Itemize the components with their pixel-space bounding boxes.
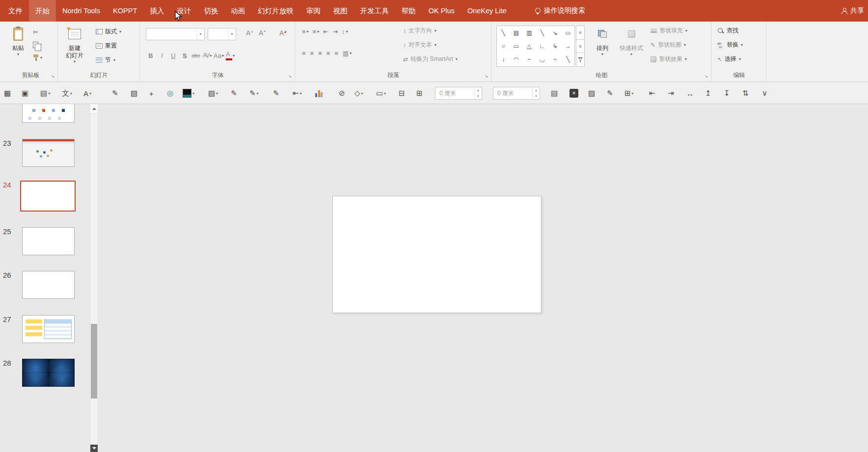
justify-button[interactable]: ≡ xyxy=(326,50,330,57)
font-name-input[interactable] xyxy=(146,28,196,40)
shape-outline-button[interactable]: ✎ 形状轮廓 ▾ xyxy=(651,38,687,52)
insert-picture-icon[interactable]: ▧ xyxy=(131,86,137,100)
theme-color-swatch[interactable]: ▾ xyxy=(183,86,194,100)
height-spinner[interactable]: 0 厘米▲▼ xyxy=(493,87,540,100)
height-spinner-up[interactable]: ▲ xyxy=(533,87,540,93)
font-color-button[interactable]: A ▾ xyxy=(225,50,235,61)
down-arrow-shape[interactable]: ↓ xyxy=(497,53,510,66)
ellipse-tool-icon[interactable]: ◎ xyxy=(167,86,173,100)
current-slide[interactable] xyxy=(332,196,542,313)
no-fill-icon[interactable]: ⊘ xyxy=(339,86,345,100)
align-text-button[interactable]: ↕ 对齐文本 ▾ xyxy=(403,38,458,52)
slide-thumbnail-24[interactable] xyxy=(20,181,76,212)
line-spacing-button[interactable]: ↕▾ xyxy=(342,28,348,35)
skew-tool[interactable]: ▭▾ xyxy=(376,86,386,100)
arrange-button[interactable]: 排列 ▾ xyxy=(591,23,614,70)
anchor-icon[interactable]: + xyxy=(149,86,154,100)
align-objects-top-icon[interactable]: ↥ xyxy=(705,86,711,100)
line-shape-3[interactable]: ╲ xyxy=(562,53,574,66)
freeform-shape[interactable]: ◠ xyxy=(510,53,522,66)
increase-font-size-button[interactable]: A xyxy=(246,29,253,37)
shape-fill-button[interactable]: 形状填充 ▾ xyxy=(651,24,687,38)
line-shape-2[interactable]: ╲ xyxy=(536,26,548,39)
tab-design[interactable]: 设计 xyxy=(170,0,197,22)
slide-thumbnail-28[interactable] xyxy=(22,359,75,387)
shape-gallery-up-button[interactable]: ∧ xyxy=(576,26,585,40)
scrollbar-thumb[interactable] xyxy=(91,324,97,399)
tab-developer[interactable]: 开发工具 xyxy=(354,0,395,22)
elbow-connector-shape[interactable]: ∟ xyxy=(536,39,548,53)
toolbar-more-chevron[interactable]: ∨ xyxy=(762,86,767,100)
fill-color-tool[interactable]: ▨▾ xyxy=(208,86,218,100)
change-case-button[interactable]: Aa▾ xyxy=(214,50,224,61)
quick-styles-button[interactable]: 快速样式 ▾ xyxy=(616,23,647,70)
select-button[interactable]: ↖ 选择 ▾ xyxy=(717,52,743,66)
clipboard-dialog-launcher[interactable]: ↘ xyxy=(50,73,56,80)
decrease-font-size-button[interactable]: A xyxy=(259,29,266,37)
clear-formatting-button[interactable]: A xyxy=(279,29,286,37)
font-size-input[interactable] xyxy=(208,28,227,40)
shape-gallery-more-button[interactable]: ∨ xyxy=(576,53,585,67)
tab-review[interactable]: 审阅 xyxy=(300,0,327,22)
width-spinner[interactable]: 0 厘米▲▼ xyxy=(435,87,482,100)
slide-master-icon[interactable]: ▣ xyxy=(22,86,28,100)
distribute-vertical-icon[interactable]: ⇅ xyxy=(742,86,749,100)
shape-effects-button[interactable]: 形状效果 ▾ xyxy=(651,52,687,66)
columns-button[interactable]: ▥▾ xyxy=(343,50,352,57)
replace-button[interactable]: ab ac 替换 ▾ xyxy=(717,38,743,52)
tab-view[interactable]: 视图 xyxy=(327,0,354,22)
tab-slideshow[interactable]: 幻灯片放映 xyxy=(251,0,300,22)
position-tool-2[interactable]: ⊞ xyxy=(416,86,423,100)
format-paint-icon[interactable]: ✎ xyxy=(607,86,613,100)
text-direction-button[interactable]: ↕ 文字方向 ▾ xyxy=(403,24,458,38)
share-button[interactable]: 共享 xyxy=(841,0,868,22)
slide-thumbnail-23[interactable] xyxy=(22,139,75,167)
align-objects-bottom-icon[interactable]: ↧ xyxy=(724,86,730,100)
slide-thumbnail-partial[interactable] xyxy=(22,104,75,123)
slide-canvas[interactable] xyxy=(98,104,868,452)
text-box-shape[interactable]: ▤ xyxy=(510,26,522,39)
rounded-rectangle-shape[interactable]: ▭ xyxy=(510,39,522,53)
underline-button[interactable]: U xyxy=(168,50,178,61)
italic-button[interactable]: I xyxy=(157,50,167,61)
oval-shape[interactable]: ○ xyxy=(497,39,510,53)
vertical-text-tool[interactable]: 文▾ xyxy=(62,86,72,100)
layout-button[interactable]: 版式 ▾ xyxy=(96,25,121,39)
text-box-tool[interactable]: ▤▾ xyxy=(40,86,50,100)
scroll-up-button[interactable] xyxy=(90,104,98,114)
tab-ok-plus[interactable]: OK Plus xyxy=(422,0,461,22)
tab-onekey-lite[interactable]: OneKey Lite xyxy=(461,0,513,22)
delete-tool[interactable]: × xyxy=(570,86,578,100)
reset-button[interactable]: 重置 xyxy=(96,39,121,53)
text-shadow-button[interactable]: S xyxy=(180,50,190,61)
distribute-horizontal-icon[interactable]: ↔ xyxy=(686,86,694,100)
font-dialog-launcher[interactable]: ↘ xyxy=(287,73,293,80)
triangle-shape[interactable]: △ xyxy=(523,39,536,53)
section-button[interactable]: 节 ▾ xyxy=(96,53,121,67)
slide-thumbnail-25[interactable] xyxy=(22,227,75,255)
align-objects-right-icon[interactable]: ⇥ xyxy=(668,86,674,100)
align-objects-left-icon[interactable]: ⇤ xyxy=(649,86,655,100)
align-left-button[interactable]: ≡ xyxy=(302,50,306,57)
border-tool[interactable]: ⊞▾ xyxy=(624,86,634,100)
right-arrow-shape[interactable]: → xyxy=(562,39,574,53)
eyedropper-icon[interactable]: ✎ xyxy=(231,86,237,100)
slide-thumbnail-27[interactable] xyxy=(22,315,75,343)
find-button[interactable]: 查找 xyxy=(717,24,743,38)
tab-file[interactable]: 文件 xyxy=(2,0,29,22)
font-name-combo[interactable]: ▾ xyxy=(146,28,205,40)
cut-button[interactable]: ✂ xyxy=(31,26,40,38)
position-tool-1[interactable]: ⊟ xyxy=(399,86,405,100)
tell-me-search[interactable]: 操作说明搜索 xyxy=(530,0,590,22)
tab-animations[interactable]: 动画 xyxy=(224,0,251,22)
shape-gallery-down-button[interactable]: ∨ xyxy=(576,40,585,53)
scroll-down-button[interactable] xyxy=(90,445,98,452)
align-center-button[interactable]: ≡ xyxy=(310,50,314,57)
height-spinner-down[interactable]: ▼ xyxy=(533,93,540,99)
bullets-button[interactable]: ≡▾ xyxy=(302,28,309,35)
font-name-dropdown[interactable]: ▾ xyxy=(196,28,204,40)
chart-tool-icon[interactable] xyxy=(315,86,324,100)
copy-button[interactable]: ▾ xyxy=(31,38,43,51)
tab-nordri-tools[interactable]: Nordri Tools xyxy=(56,0,107,22)
tab-transitions[interactable]: 切换 xyxy=(197,0,224,22)
